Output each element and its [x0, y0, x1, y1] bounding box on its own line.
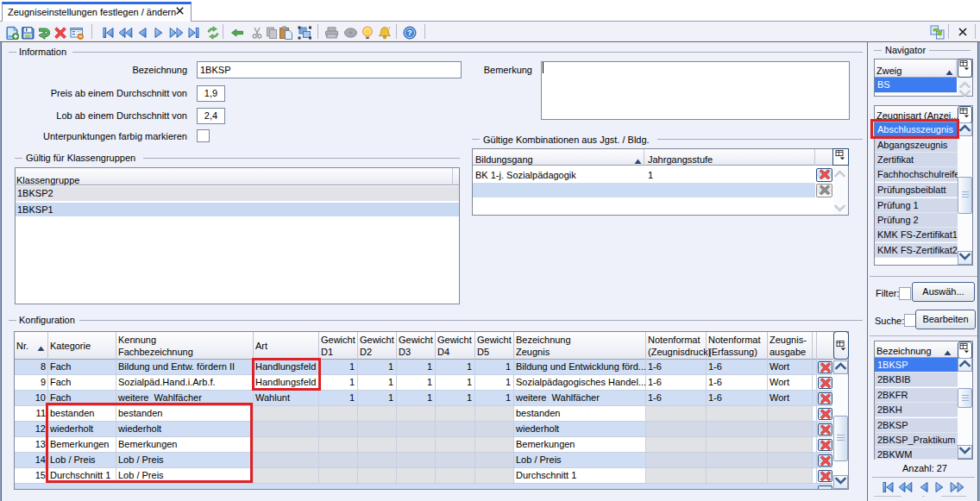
svg-text:?: ?: [407, 28, 412, 37]
